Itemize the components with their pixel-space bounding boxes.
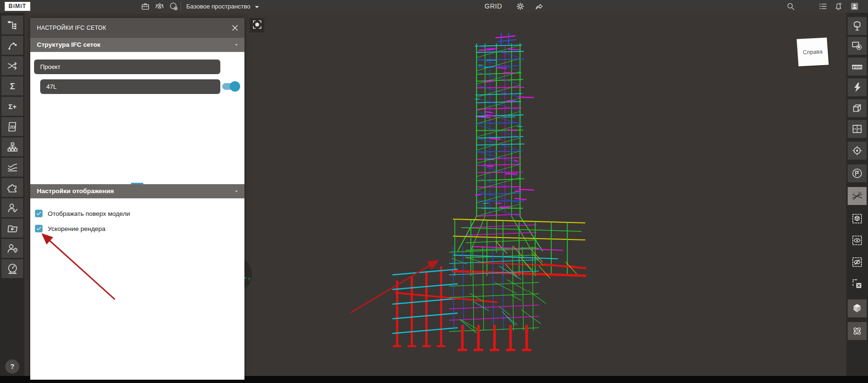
- globe-settings-icon[interactable]: [169, 1, 179, 11]
- sidebar-item-model-tree[interactable]: [1, 16, 23, 34]
- sidebar-item-doc-2d[interactable]: 2D: [1, 117, 23, 136]
- display-settings-area: Отображать поверх модели Ускорение ренде…: [30, 198, 244, 380]
- left-sidebar: ? ΣΣ+2D: [0, 13, 25, 376]
- search-icon[interactable]: [786, 1, 796, 11]
- toolbar-item-cube-select-icon[interactable]: [848, 210, 867, 228]
- checkbox-render-acceleration[interactable]: Ускорение рендера: [35, 224, 105, 233]
- list-menu-icon[interactable]: [818, 1, 828, 11]
- chevron-down-icon[interactable]: [252, 2, 262, 12]
- toggle-thumb: [230, 81, 240, 92]
- grid-tree-area: Проект 47L: [30, 52, 244, 184]
- toolbar-item-section-cube-icon[interactable]: [848, 99, 867, 117]
- sidebar-item-user-check[interactable]: [1, 198, 23, 217]
- chevron-down-icon: [233, 188, 240, 195]
- chevron-down-icon: [233, 42, 240, 48]
- toolbar-item-solid-cube-icon[interactable]: [848, 299, 867, 317]
- briefcase-icon[interactable]: [140, 1, 150, 11]
- share-icon[interactable]: [534, 1, 544, 11]
- close-icon[interactable]: [230, 23, 240, 33]
- sidebar-item-puzzle[interactable]: [1, 178, 23, 197]
- settings-gear-icon[interactable]: [515, 1, 525, 11]
- checkbox-checked-icon: [35, 210, 43, 217]
- svg-text:Σ+: Σ+: [8, 102, 16, 110]
- section-structure-title: Структура IFC сеток: [37, 38, 100, 52]
- checkbox-checked-icon: [35, 225, 43, 232]
- svg-text:2D: 2D: [9, 124, 15, 129]
- toolbar-item-flag-icon[interactable]: [848, 164, 867, 182]
- view-cube-face-label[interactable]: Справа: [797, 37, 829, 66]
- svg-text:2: 2: [858, 191, 859, 194]
- sidebar-item-shuffle[interactable]: [1, 56, 23, 75]
- tree-row-47l[interactable]: 47L: [40, 79, 220, 94]
- toolbar-item-tree-icon[interactable]: [848, 17, 867, 35]
- sidebar-item-trend-lines[interactable]: [1, 158, 23, 177]
- user-avatar-icon[interactable]: [850, 1, 859, 11]
- toolbar-item-ruler-icon[interactable]: [848, 58, 867, 76]
- checkbox-label: Ускорение рендера: [48, 225, 105, 232]
- app-logo[interactable]: BiMiT: [5, 2, 30, 11]
- workspace-selector[interactable]: Базовое пространство: [186, 0, 251, 13]
- team-icon[interactable]: [155, 1, 165, 11]
- sidebar-item-folder-export[interactable]: [1, 219, 23, 238]
- sidebar-item-org-chart[interactable]: [1, 137, 23, 156]
- toolbar-item-flash-icon[interactable]: [848, 78, 867, 96]
- toolbar-item-floor-plan-icon[interactable]: [848, 120, 867, 138]
- svg-text:Y: Y: [248, 277, 251, 281]
- toolbar-item-hide-eye-icon[interactable]: [848, 253, 867, 271]
- sidebar-item-user-location[interactable]: [1, 239, 23, 258]
- svg-text:1: 1: [853, 191, 855, 194]
- ifc-grid-settings-panel: НАСТРОЙКИ IFC СЕТОК Структура IFC сеток …: [30, 18, 244, 380]
- help-button[interactable]: ?: [5, 359, 19, 374]
- toolbar-item-deselect-x-icon[interactable]: [848, 275, 867, 293]
- sidebar-item-sigma[interactable]: Σ: [1, 77, 23, 95]
- svg-text:Σ: Σ: [10, 81, 15, 91]
- sidebar-item-sigma-plus[interactable]: Σ+: [1, 97, 23, 116]
- focus-icon: [252, 19, 263, 32]
- toolbar-item-orbit-icon[interactable]: [848, 322, 867, 340]
- toolbar-item-show-eye-icon[interactable]: [848, 231, 867, 249]
- checkbox-show-over-model[interactable]: Отображать поверх модели: [35, 209, 130, 218]
- tree-row-project[interactable]: Проект: [34, 60, 220, 74]
- focus-model-button[interactable]: [250, 18, 264, 33]
- panel-title: НАСТРОЙКИ IFC СЕТОК: [37, 18, 106, 38]
- toolbar-item-locate-icon[interactable]: [848, 142, 867, 160]
- project-title: GRID: [485, 0, 502, 13]
- toolbar-item-capture-selection-icon[interactable]: [848, 37, 867, 55]
- topbar: BiMiT Базовое пространство GRID: [0, 0, 868, 13]
- panel-header: НАСТРОЙКИ IFC СЕТОК: [30, 18, 244, 38]
- grid-visibility-toggle[interactable]: [222, 83, 238, 90]
- section-display-title: Настройки отображения: [37, 184, 114, 198]
- sidebar-item-path-nodes[interactable]: [1, 36, 23, 55]
- checkbox-label: Отображать поверх модели: [48, 210, 130, 217]
- bell-icon[interactable]: [833, 1, 843, 11]
- sidebar-item-gauge[interactable]: [1, 259, 23, 278]
- section-structure-header[interactable]: Структура IFC сеток: [30, 38, 244, 52]
- topbar-divider: [181, 2, 181, 11]
- section-display-header[interactable]: Настройки отображения: [30, 184, 244, 198]
- right-toolbar: 12: [846, 13, 868, 376]
- toolbar-item-ifc-grids-icon[interactable]: 12: [848, 187, 867, 205]
